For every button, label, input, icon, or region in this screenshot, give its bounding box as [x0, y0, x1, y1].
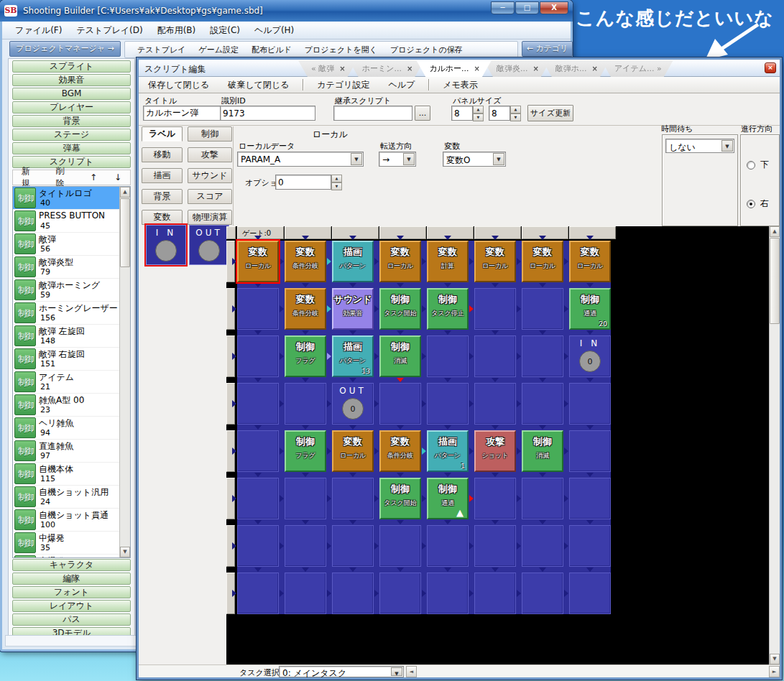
down-icon[interactable]: ▼ [331, 182, 342, 190]
resize-button[interactable]: サイズ更新 [527, 105, 573, 121]
palette-tab-ラベル[interactable]: ラベル [142, 126, 183, 142]
tab-close-icon[interactable]: × [474, 65, 480, 73]
script-node-変数-条件分岐[interactable]: 変数条件分岐 [379, 430, 421, 472]
chevron-down-icon[interactable]: ▼ [391, 667, 402, 676]
script-node-描画-パターン[interactable]: 描画パターン [332, 241, 374, 282]
tab-close-icon[interactable]: × [532, 65, 538, 73]
sidebar-item-背景[interactable]: 背景 [12, 115, 131, 127]
grid-cell[interactable]: 制御消滅 [522, 430, 563, 472]
list-item[interactable]: 制御大爆発 [13, 555, 130, 558]
palette-tab-描画[interactable]: 描画 [142, 168, 183, 183]
list-item[interactable]: 制御自機ショット貫通100 [13, 509, 130, 532]
grid-cell[interactable]: 変数ローカル [332, 430, 374, 472]
grid-cell[interactable] [522, 525, 563, 567]
script-node-制御-フラグ[interactable]: 制御フラグ [285, 430, 326, 472]
panel-height-stepper[interactable]: ▲▼ [510, 106, 521, 121]
menu-item[interactable]: 設定(C) [203, 22, 247, 39]
sidebar-item-弾幕[interactable]: 弾幕 [12, 142, 131, 154]
radio-icon[interactable] [747, 200, 755, 208]
grid-cell[interactable] [474, 478, 516, 519]
script-node-変数-条件分岐[interactable]: 変数条件分岐 [285, 288, 326, 330]
down-icon[interactable]: ▼ [473, 114, 484, 121]
editor-tab[interactable]: 敵弾炎...× [484, 60, 550, 77]
grid-cell[interactable]: 描画パターン [332, 241, 374, 282]
list-item[interactable]: 制御敵弾 右旋回151 [13, 348, 130, 371]
grid-cell[interactable]: 変数計算 [427, 241, 469, 282]
script-node-変数-計算[interactable]: 変数計算 [427, 241, 469, 282]
grid-cell[interactable] [237, 430, 279, 472]
script-node-変数-ローカル[interactable]: 変数ローカル [522, 241, 563, 282]
editor-button-保存して閉じる[interactable]: 保存して閉じる [139, 78, 218, 93]
grid-cell[interactable] [427, 525, 469, 567]
grid-cell[interactable] [332, 573, 374, 614]
sidebar-item-キャラクタ[interactable]: キャラクタ [12, 559, 131, 571]
grid-cell[interactable]: 変数ローカル [522, 241, 563, 282]
inherit-browse-button[interactable]: ... [415, 106, 430, 121]
list-item[interactable]: 制御PRESS BUTTON45 [13, 210, 130, 233]
palette-tab-攻撃[interactable]: 攻撃 [188, 147, 232, 162]
list-item[interactable]: 制御直進雑魚97 [13, 440, 130, 463]
close-button[interactable]: X [540, 1, 568, 14]
grid-cell[interactable] [522, 383, 563, 425]
menu-item[interactable]: ファイル(F) [8, 22, 69, 39]
up-icon[interactable]: ▲ [331, 175, 342, 182]
tab-close-icon[interactable]: × [339, 65, 345, 73]
grid-cell[interactable] [237, 478, 279, 519]
grid-cell[interactable]: 変数条件分岐 [285, 241, 326, 282]
minimize-button[interactable]: ─ [491, 1, 515, 14]
project-manager-button[interactable]: プロジェクトマネージャ → [9, 41, 121, 57]
scroll-thumb[interactable] [120, 198, 130, 267]
grid-cell[interactable] [285, 478, 326, 519]
chevron-down-icon[interactable]: ▼ [351, 153, 362, 165]
grid-cell[interactable] [522, 335, 563, 377]
script-node-変数-ローカル[interactable]: 変数ローカル [569, 241, 611, 282]
script-grid-canvas[interactable]: ゲート:0 変数ローカル変数条件分岐描画パターン変数ローカル変数計算変数ローカル… [226, 226, 770, 664]
grid-cell[interactable] [237, 573, 279, 614]
direction-radio-下[interactable]: 下 [747, 159, 769, 171]
scroll-up-icon[interactable]: ▲ [120, 187, 130, 198]
editor-button-メモ表示[interactable]: メモ表示 [433, 78, 487, 93]
chevron-down-icon[interactable]: ▼ [721, 140, 733, 152]
out-node-palette[interactable]: OUT [189, 225, 229, 265]
grid-cell[interactable]: 制御通過20 [569, 288, 611, 330]
category-button[interactable]: ← カテゴリ [522, 41, 573, 57]
grid-cell[interactable] [379, 383, 421, 425]
grid-cell[interactable]: 変数ローカル [237, 241, 279, 282]
grid-cell[interactable] [522, 288, 563, 330]
script-node-描画-パターン[interactable]: 描画パターン1 [427, 430, 469, 472]
option-stepper[interactable]: ▲▼ [331, 175, 342, 190]
toolbar-item[interactable]: 配布ビルド [245, 43, 298, 57]
scroll-thumb[interactable] [770, 238, 780, 324]
palette-tab-背景[interactable]: 背景 [142, 189, 183, 204]
grid-cell[interactable] [237, 525, 279, 567]
editor-tab[interactable]: « 敵弾× [298, 60, 357, 77]
task-select[interactable]: 0: メインタスク▼ [279, 666, 404, 677]
list-item[interactable]: 制御敵弾炎型79 [13, 256, 130, 279]
grid-cell[interactable]: 変数ローカル [474, 241, 516, 282]
script-node-変数-条件分岐[interactable]: 変数条件分岐 [285, 241, 326, 282]
grid-cell[interactable] [285, 573, 326, 614]
in-node[interactable]: I N0 [570, 336, 610, 376]
grid-cell[interactable]: 描画パターン1 [427, 430, 469, 472]
out-node[interactable]: OUT0 [333, 384, 373, 424]
up-icon[interactable]: ▲ [473, 106, 484, 114]
toolbar-item[interactable]: プロジェクトを開く [298, 43, 384, 57]
grid-cell[interactable] [569, 383, 611, 425]
chevron-down-icon[interactable]: ▼ [403, 153, 415, 165]
grid-cell[interactable] [569, 573, 611, 614]
panel-height-input[interactable] [489, 106, 510, 121]
sidebar-item-フォント[interactable]: フォント [12, 586, 131, 598]
grid-cell[interactable]: 描画パターン13 [332, 335, 374, 377]
list-item[interactable]: 制御敵弾56 [13, 233, 130, 256]
grid-cell[interactable]: 変数ローカル [569, 241, 611, 282]
grid-cell[interactable]: 変数条件分岐 [285, 288, 326, 330]
grid-cell[interactable]: I N0 [569, 335, 611, 377]
wait-select[interactable]: しない▼ [665, 139, 734, 153]
editor-tab[interactable]: ホーミン...× [349, 60, 425, 77]
list-toolbar-button[interactable]: ↓ [106, 172, 130, 182]
scroll-right-icon[interactable]: ► [769, 666, 780, 677]
panel-width-input[interactable] [451, 106, 473, 121]
scroll-left-icon[interactable]: ◄ [406, 666, 417, 677]
script-node-サウンド-効果音[interactable]: サウンド効果音 [332, 288, 374, 330]
list-toolbar-button[interactable]: ↑ [81, 172, 106, 182]
